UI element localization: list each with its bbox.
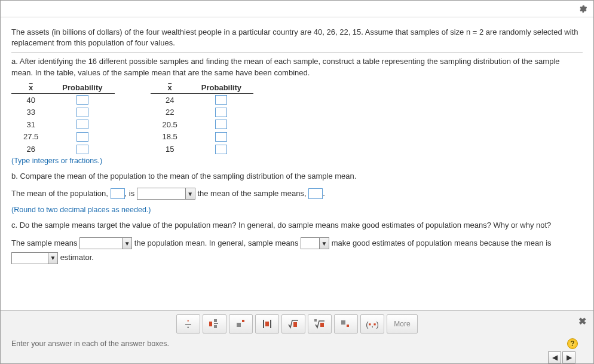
t1-x-4: 26 [11,143,50,155]
comparison-select[interactable]: ▼ [137,188,195,200]
t2-p-4[interactable] [215,145,227,154]
part-c-text: c. Do the sample means target the value … [11,220,583,231]
c-select-3[interactable]: ▼ [11,252,58,264]
t1-x-2: 31 [11,118,50,131]
svg-rect-10 [314,319,317,322]
footer-prompt: Enter your answer in each of the answer … [11,339,169,348]
part-c-answer-row: The sample means ▼ the population mean. … [11,236,583,265]
nav-arrows: ◀ ▶ [11,351,583,363]
c-label-3: make good estimates of population means … [332,238,552,247]
math-toolbar: ▪▪ (▪,▪) More [11,314,583,334]
exponent-btn[interactable] [229,314,253,334]
t1-p-1[interactable] [76,108,88,117]
svg-rect-3 [214,325,217,328]
svg-rect-7 [265,322,269,326]
b-label-1: The mean of the population, [11,189,108,198]
t1-p-4[interactable] [76,145,88,154]
svg-rect-8 [270,320,271,328]
window-header [1,1,593,17]
svg-rect-12 [341,320,345,325]
mixed-number-btn[interactable] [203,314,226,334]
t2-x-4: 15 [151,143,189,155]
svg-rect-5 [242,320,244,322]
c-select-2[interactable]: ▼ [301,237,329,249]
c-select-1[interactable]: ▼ [79,237,132,249]
part-a-text: a. After identifying the 16 different po… [11,56,583,78]
c-label-1: The sample means [11,238,78,247]
svg-rect-4 [237,323,241,327]
close-icon[interactable]: ✖ [578,316,586,327]
t1-x-0: 40 [11,93,50,106]
sample-means-mean-input[interactable] [308,188,323,199]
t2-p-1[interactable] [215,108,227,117]
svg-rect-0 [209,322,212,326]
t1-p-3[interactable] [76,132,88,142]
fraction-btn[interactable]: ▪▪ [176,314,200,334]
more-btn[interactable]: More [387,314,418,334]
problem-body: The assets (in billions of dollars) of t… [1,17,593,310]
svg-rect-1 [214,319,217,322]
c-label-2: the population mean. In general, sample … [134,238,299,247]
t2-x-0: 24 [151,93,189,106]
svg-rect-2 [214,323,218,324]
dist-table-1: x Probability 40 33 31 27.5 26 [11,82,115,155]
t2-x-1: 22 [151,106,189,118]
col-prob-2: Probability [189,82,253,94]
math-toolbar-area: ✖ ▪▪ (▪,▪) More Enter your answer in eac… [1,310,593,364]
distribution-tables: x Probability 40 33 31 27.5 26 x Probabi… [11,82,583,155]
hint-a: (Type integers or fractions.) [11,157,583,165]
subscript-btn[interactable] [334,314,358,334]
svg-rect-6 [263,320,264,328]
svg-rect-9 [293,322,297,327]
t2-x-3: 18.5 [151,130,189,143]
gear-icon[interactable] [578,4,587,14]
svg-rect-13 [347,325,349,327]
t2-x-2: 20.5 [151,118,189,131]
t1-x-1: 33 [11,106,50,118]
intro-text: The assets (in billions of dollars) of t… [11,27,583,48]
c-label-4: estimator. [60,253,94,262]
population-mean-input[interactable] [111,188,125,199]
help-icon[interactable]: ? [567,338,578,349]
svg-rect-11 [320,323,324,327]
dist-table-2: x Probability 24 22 20.5 18.5 15 [151,82,254,155]
interval-btn[interactable]: (▪,▪) [360,314,384,334]
next-button[interactable]: ▶ [562,351,575,363]
col-xbar-2: x [151,82,189,94]
part-b-text: b. Compare the mean of the population to… [11,171,583,182]
b-period: . [323,189,325,198]
t1-p-2[interactable] [76,120,88,129]
col-prob: Probability [50,82,114,94]
prev-button[interactable]: ◀ [548,351,561,363]
t2-p-0[interactable] [215,95,227,105]
nthroot-btn[interactable] [308,314,332,334]
abs-btn[interactable] [255,314,279,334]
col-xbar: x [11,82,50,94]
part-b-answer-row: The mean of the population, , is ▼ the m… [11,186,583,201]
hint-b: (Round to two decimal places as needed.) [11,206,583,214]
sqrt-btn[interactable] [281,314,305,334]
t2-p-3[interactable] [215,132,227,142]
b-is: , is [125,189,135,198]
t1-p-0[interactable] [76,95,88,105]
b-label-2: the mean of the sample means, [197,189,306,198]
t1-x-3: 27.5 [11,130,50,143]
t2-p-2[interactable] [215,120,227,129]
